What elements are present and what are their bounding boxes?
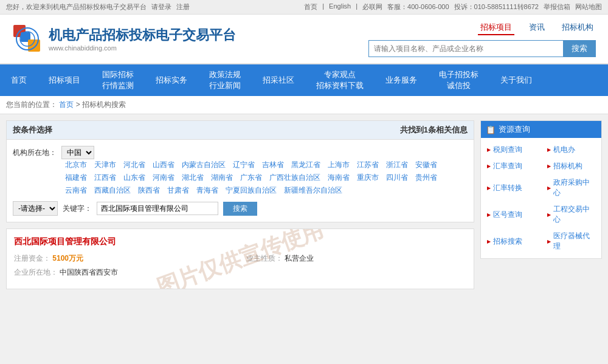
province-link[interactable]: 黑龙江省 bbox=[288, 159, 324, 171]
logo-text: 机电产品招标投标电子交易平台 www.chinabidding.com bbox=[49, 26, 236, 52]
resource-body: 税则查询机电办汇率查询招标机构汇率转换政府采购中心区号查询工程交易中心招标搜索医… bbox=[481, 138, 601, 258]
province-link[interactable]: 山西省 bbox=[149, 159, 178, 171]
required-link[interactable]: 必联网 bbox=[362, 2, 382, 12]
province-link[interactable]: 湖北省 bbox=[178, 172, 207, 184]
province-link[interactable]: 安徽省 bbox=[412, 159, 441, 171]
province-link[interactable]: 浙江省 bbox=[382, 159, 412, 171]
province-links: 北京市天津市河北省山西省内蒙古自治区辽宁省吉林省黑龙江省上海市江苏省浙江省安徽省… bbox=[61, 159, 468, 196]
resource-title: 资源查询 bbox=[499, 124, 530, 135]
province-link[interactable]: 湖南省 bbox=[207, 172, 237, 184]
result-detail: 注册资金： 5100万元 企业所在地： 中国陕西省西安市 业主性质： 私营企业 bbox=[14, 253, 466, 281]
keyword-input[interactable] bbox=[97, 202, 218, 215]
province-link[interactable]: 青海省 bbox=[193, 185, 222, 196]
resource-header: 📋 资源查询 bbox=[481, 121, 601, 138]
login-link[interactable]: 请登录 bbox=[151, 2, 171, 12]
keyword-search-btn[interactable]: 搜索 bbox=[223, 202, 257, 216]
type-select[interactable]: -请选择- bbox=[13, 201, 58, 216]
header-right: 招标项目 资讯 招标机构 搜索 bbox=[368, 21, 596, 57]
province-link[interactable]: 山东省 bbox=[120, 172, 149, 184]
province-link[interactable]: 天津市 bbox=[91, 159, 120, 171]
nav-electronic[interactable]: 电子招投标诚信投 bbox=[428, 64, 489, 96]
search-button[interactable]: 搜索 bbox=[563, 40, 596, 57]
province-link[interactable]: 四川省 bbox=[382, 172, 412, 184]
resource-link[interactable]: 区号查询 bbox=[481, 201, 541, 228]
province-link[interactable]: 内蒙古自治区 bbox=[178, 159, 229, 171]
nav-expert[interactable]: 专家观点招标资料下载 bbox=[305, 64, 375, 96]
nav-policy[interactable]: 政策法规行业新闻 bbox=[198, 64, 252, 96]
result-count: 共找到1条相关信息 bbox=[400, 125, 468, 136]
breadcrumb: 您当前的位置： 首页 > 招标机构搜索 bbox=[0, 96, 608, 114]
nav-community[interactable]: 招采社区 bbox=[252, 64, 305, 96]
header-tabs: 招标项目 资讯 招标机构 bbox=[478, 21, 596, 35]
resource-grid: 税则查询机电办汇率查询招标机构汇率转换政府采购中心区号查询工程交易中心招标搜索医… bbox=[481, 142, 601, 255]
header-search: 搜索 bbox=[368, 40, 596, 57]
biztype-row: 业主性质： 私营企业 bbox=[246, 253, 466, 264]
detail-col-left: 注册资金： 5100万元 企业所在地： 中国陕西省西安市 bbox=[14, 253, 234, 281]
resource-link[interactable]: 招标机构 bbox=[541, 158, 601, 174]
nav-service[interactable]: 业务服务 bbox=[375, 64, 428, 96]
province-link[interactable]: 云南省 bbox=[61, 185, 91, 196]
province-link[interactable]: 宁夏回族自治区 bbox=[222, 185, 280, 196]
main-nav: 首页 招标项目 国际招标行情监测 招标实务 政策法规行业新闻 招采社区 专家观点… bbox=[0, 64, 608, 96]
province-link[interactable]: 河北省 bbox=[120, 159, 149, 171]
search-condition-box: 按条件选择 共找到1条相关信息 机构所在地： 中国 北京市 bbox=[6, 120, 474, 222]
province-link[interactable]: 陕西省 bbox=[134, 185, 164, 196]
logo-icon bbox=[12, 24, 43, 54]
province-link[interactable]: 甘肃省 bbox=[164, 185, 193, 196]
right-panel: 📋 资源查询 税则查询机电办汇率查询招标机构汇率转换政府采购中心区号查询工程交易… bbox=[480, 120, 602, 289]
breadcrumb-prefix: 您当前的位置： bbox=[6, 100, 57, 109]
nav-home[interactable]: 首页 bbox=[0, 64, 38, 96]
resource-link[interactable]: 政府采购中心 bbox=[541, 174, 601, 201]
province-link[interactable]: 江苏省 bbox=[353, 159, 382, 171]
province-link[interactable]: 北京市 bbox=[61, 159, 91, 171]
register-link[interactable]: 注册 bbox=[176, 2, 190, 12]
biztype-label: 业主性质： bbox=[246, 254, 283, 263]
english-link[interactable]: English bbox=[329, 2, 351, 12]
province-link[interactable]: 海南省 bbox=[324, 172, 353, 184]
capital-label: 注册资金： bbox=[14, 254, 50, 263]
top-bar: 您好，欢迎来到机电产品招标投标电子交易平台 请登录 注册 首页 | Englis… bbox=[0, 0, 608, 15]
province-link[interactable]: 上海市 bbox=[324, 159, 353, 171]
province-link[interactable]: 重庆市 bbox=[353, 172, 382, 184]
resource-link[interactable]: 汇率转换 bbox=[481, 174, 541, 201]
top-right-links: 首页 | English | 必联网 客服：400-0606-000 投诉：01… bbox=[304, 2, 602, 12]
resource-link[interactable]: 招标搜索 bbox=[481, 228, 541, 255]
detail-col-right: 业主性质： 私营企业 bbox=[246, 253, 466, 281]
search-input[interactable] bbox=[368, 40, 563, 57]
breadcrumb-home[interactable]: 首页 bbox=[59, 100, 74, 109]
location-content: 中国 北京市天津市河北省山西省内蒙古自治区辽宁省吉林省黑龙江省上海市江苏省浙江省… bbox=[61, 146, 468, 196]
province-link[interactable]: 河南省 bbox=[149, 172, 178, 184]
resource-link[interactable]: 工程交易中心 bbox=[541, 201, 601, 228]
province-link[interactable]: 西藏自治区 bbox=[91, 185, 134, 196]
resource-link[interactable]: 机电办 bbox=[541, 142, 601, 158]
province-link[interactable]: 福建省 bbox=[61, 172, 91, 184]
home-link[interactable]: 首页 bbox=[304, 2, 317, 12]
province-link[interactable]: 新疆维吾尔自治区 bbox=[280, 185, 346, 196]
logo-subtitle: www.chinabidding.com bbox=[49, 44, 236, 52]
resource-link[interactable]: 汇率查询 bbox=[481, 158, 541, 174]
location-select[interactable]: 中国 bbox=[61, 146, 94, 159]
nav-about[interactable]: 关于我们 bbox=[489, 64, 543, 96]
province-link[interactable]: 吉林省 bbox=[258, 159, 288, 171]
address-label: 企业所在地： bbox=[14, 268, 58, 276]
province-link[interactable]: 辽宁省 bbox=[229, 159, 258, 171]
nav-zhaobiao[interactable]: 招标项目 bbox=[38, 64, 91, 96]
sitemap-link[interactable]: 网站地图 bbox=[575, 2, 602, 12]
tab-jigou[interactable]: 招标机构 bbox=[559, 21, 596, 35]
tab-zhaobiao[interactable]: 招标项目 bbox=[478, 21, 514, 35]
resource-link[interactable]: 税则查询 bbox=[481, 142, 541, 158]
mailbox-link[interactable]: 举报信箱 bbox=[544, 2, 570, 12]
company-name[interactable]: 西北国际项目管理有限公司 bbox=[14, 236, 466, 247]
province-link[interactable]: 贵州省 bbox=[412, 172, 441, 184]
resource-link[interactable]: 医疗器械代理 bbox=[541, 228, 601, 255]
nav-international[interactable]: 国际招标行情监测 bbox=[91, 64, 145, 96]
province-link[interactable]: 广东省 bbox=[237, 172, 266, 184]
search-box-header: 按条件选择 共找到1条相关信息 bbox=[7, 121, 474, 140]
left-panel: 按条件选择 共找到1条相关信息 机构所在地： 中国 北京市 bbox=[6, 120, 474, 289]
province-link[interactable]: 广西壮族自治区 bbox=[266, 172, 324, 184]
location-label: 机构所在地： bbox=[13, 146, 57, 158]
tab-zixun[interactable]: 资讯 bbox=[527, 21, 547, 35]
province-link[interactable]: 江西省 bbox=[91, 172, 120, 184]
nav-practice[interactable]: 招标实务 bbox=[145, 64, 198, 96]
keyword-row: -请选择- 关键字： 搜索 bbox=[13, 201, 468, 216]
